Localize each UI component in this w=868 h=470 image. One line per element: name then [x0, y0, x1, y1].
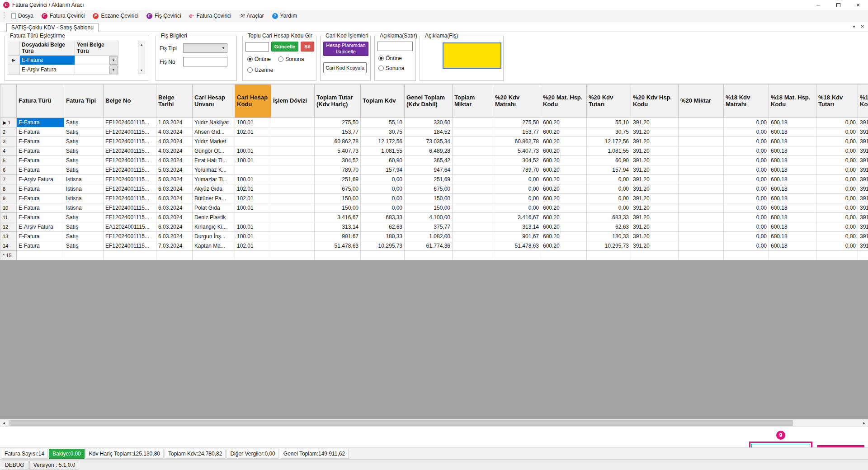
- grid-cell[interactable]: 600.18: [769, 165, 816, 175]
- grid-cell[interactable]: [193, 251, 235, 260]
- grid-corner-header[interactable]: [0, 85, 17, 118]
- grid-cell[interactable]: 391.20: [858, 137, 868, 146]
- horizontal-scrollbar[interactable]: ◄ ►: [0, 419, 868, 427]
- grid-cell[interactable]: 0,00: [816, 165, 858, 175]
- grid-cell[interactable]: 4.03.2024: [156, 156, 193, 165]
- row-header-14[interactable]: 14: [0, 241, 17, 251]
- grid-cell[interactable]: 0,00: [724, 184, 769, 194]
- grid-cell[interactable]: [679, 175, 724, 184]
- row-header-13[interactable]: 13: [0, 232, 17, 241]
- grid-cell[interactable]: EF12024001115...: [104, 213, 156, 222]
- grid-cell[interactable]: 0,00: [816, 137, 858, 146]
- grid-cell[interactable]: [453, 165, 493, 175]
- grid-cell[interactable]: Satış: [64, 232, 104, 241]
- grid-cell[interactable]: 391.20: [858, 213, 868, 222]
- mapping-row-header[interactable]: ▶: [8, 56, 20, 65]
- scroll-up-icon[interactable]: ▲: [138, 41, 145, 48]
- grid-cell[interactable]: [679, 203, 724, 213]
- grid-cell[interactable]: 0,00: [493, 175, 541, 184]
- column-header-2[interactable]: Fatura Tipi: [64, 85, 104, 118]
- mapping-grid-scrollbar[interactable]: ▲ ▼: [138, 41, 145, 74]
- grid-cell[interactable]: Satış: [64, 165, 104, 175]
- grid-cell[interactable]: [156, 251, 193, 260]
- grid-cell[interactable]: EF12024001115...: [104, 137, 156, 146]
- grid-cell[interactable]: [271, 194, 315, 203]
- radio-onune[interactable]: Önüne: [247, 56, 271, 62]
- grid-cell[interactable]: [679, 165, 724, 175]
- column-header-11[interactable]: Toplam Miktar: [453, 85, 493, 118]
- grid-cell[interactable]: 1.03.2024: [156, 118, 193, 127]
- row-header-7[interactable]: 7: [0, 175, 17, 184]
- grid-cell[interactable]: 60.862,78: [315, 137, 361, 146]
- grid-cell[interactable]: [679, 156, 724, 165]
- grid-cell[interactable]: [453, 127, 493, 137]
- mapping-cell-yeni-belge-dropdown[interactable]: ▼: [75, 65, 118, 75]
- grid-cell[interactable]: E-Fatura: [17, 156, 64, 165]
- grid-cell[interactable]: E-Fatura: [17, 241, 64, 251]
- grid-cell[interactable]: 330,60: [405, 118, 453, 127]
- grid-cell[interactable]: 901,67: [315, 232, 361, 241]
- mapping-row-header[interactable]: [8, 65, 20, 75]
- grid-cell[interactable]: Satış: [64, 156, 104, 165]
- grid-cell[interactable]: 600.20: [541, 127, 587, 137]
- grid-cell[interactable]: Akyüz Gıda: [193, 184, 235, 194]
- grid-cell[interactable]: 10.295,73: [587, 241, 631, 251]
- grid-cell[interactable]: E-Arşiv Fatura: [17, 222, 64, 232]
- grid-cell[interactable]: [271, 118, 315, 127]
- grid-cell[interactable]: 600.20: [541, 213, 587, 222]
- grid-cell[interactable]: 600.20: [541, 156, 587, 165]
- grid-cell[interactable]: Güngör Ot...: [193, 146, 235, 156]
- grid-cell[interactable]: 600.20: [541, 146, 587, 156]
- grid-cell[interactable]: EF12024001115...: [104, 203, 156, 213]
- cari-kod-kopyala-button[interactable]: Cari Kod Kopyala: [323, 62, 367, 73]
- row-header-11[interactable]: 11: [0, 213, 17, 222]
- grid-cell[interactable]: 391.20: [631, 127, 679, 137]
- grid-cell[interactable]: 391.20: [631, 165, 679, 175]
- row-header-10[interactable]: 10: [0, 203, 17, 213]
- grid-cell[interactable]: 3.416,67: [315, 213, 361, 222]
- grid-cell[interactable]: 0,00: [816, 127, 858, 137]
- grid-cell[interactable]: 0,00: [816, 175, 858, 184]
- grid-cell[interactable]: EF12024001115...: [104, 127, 156, 137]
- grid-cell[interactable]: 60,90: [587, 156, 631, 165]
- aciklama-fis-input[interactable]: [443, 42, 501, 69]
- mapping-col-dosyadaki[interactable]: Dosyadaki Belge Türü: [20, 41, 75, 56]
- grid-cell[interactable]: 180,33: [361, 232, 405, 241]
- grid-cell[interactable]: Yıldız Market: [193, 137, 235, 146]
- grid-cell[interactable]: 391.20: [631, 156, 679, 165]
- grid-cell[interactable]: [453, 118, 493, 127]
- grid-cell[interactable]: 391.20: [631, 137, 679, 146]
- radio-onune[interactable]: Önüne: [378, 55, 402, 61]
- grid-cell[interactable]: [679, 184, 724, 194]
- grid-cell[interactable]: 600.20: [541, 118, 587, 127]
- grid-cell[interactable]: 600.18: [769, 146, 816, 156]
- grid-cell[interactable]: 0,00: [361, 194, 405, 203]
- grid-cell[interactable]: 6.03.2024: [156, 232, 193, 241]
- row-header-5[interactable]: 5: [0, 156, 17, 165]
- radio-sonuna[interactable]: Sonuna: [278, 56, 304, 62]
- column-header-10[interactable]: Genel Toplam (Kdv Dahil): [405, 85, 453, 118]
- grid-cell[interactable]: 0,00: [361, 184, 405, 194]
- grid-cell[interactable]: [679, 222, 724, 232]
- grid-cell[interactable]: 0,00: [816, 222, 858, 232]
- grid-cell[interactable]: 0,00: [816, 232, 858, 241]
- grid-cell[interactable]: 10.295,73: [361, 241, 405, 251]
- grid-cell[interactable]: 600.18: [769, 175, 816, 184]
- grid-cell[interactable]: 675,00: [315, 184, 361, 194]
- grid-cell[interactable]: 391.20: [858, 165, 868, 175]
- row-header-1[interactable]: ▶ 1: [0, 118, 17, 127]
- grid-cell[interactable]: [493, 251, 541, 260]
- grid-cell[interactable]: 375,77: [405, 222, 453, 232]
- grid-cell[interactable]: Fırat Halı Ti...: [193, 156, 235, 165]
- grid-cell[interactable]: [271, 203, 315, 213]
- grid-cell[interactable]: [271, 251, 315, 260]
- grid-cell[interactable]: 5.407,73: [315, 146, 361, 156]
- grid-cell[interactable]: EF12024001115...: [104, 146, 156, 156]
- row-header-2[interactable]: 2: [0, 127, 17, 137]
- grid-cell[interactable]: 0,00: [816, 118, 858, 127]
- grid-cell[interactable]: 62,63: [587, 222, 631, 232]
- grid-cell[interactable]: [679, 127, 724, 137]
- grid-cell[interactable]: 0,00: [724, 175, 769, 184]
- grid-cell[interactable]: 0,00: [361, 203, 405, 213]
- grid-cell[interactable]: 600.18: [769, 156, 816, 165]
